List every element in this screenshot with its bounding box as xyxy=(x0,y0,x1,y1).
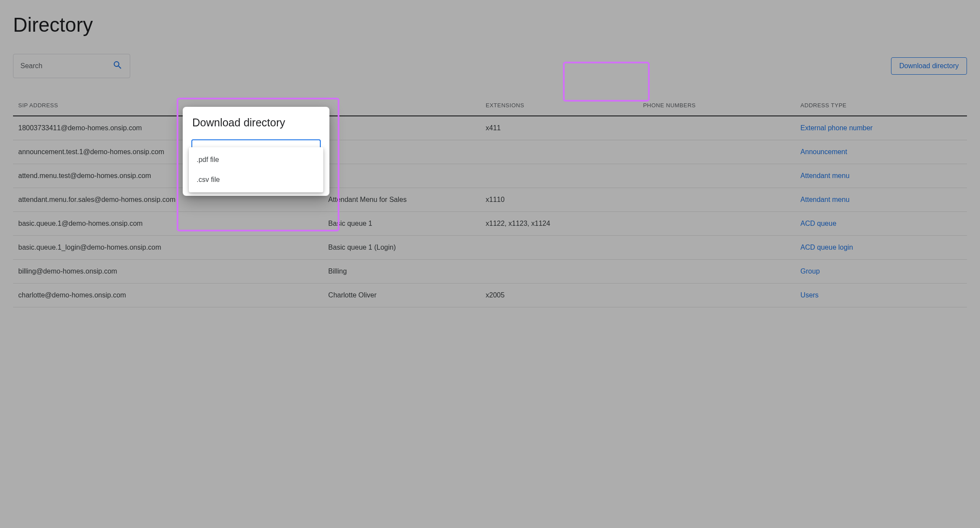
select-outline xyxy=(191,139,321,148)
modal-overlay[interactable]: Download directory .pdf file .csv file C… xyxy=(0,0,980,528)
dropdown-panel: .pdf file .csv file xyxy=(189,147,323,192)
option-csv[interactable]: .csv file xyxy=(189,170,323,190)
option-pdf[interactable]: .pdf file xyxy=(189,150,323,170)
dialog-title: Download directory xyxy=(191,116,321,129)
download-dialog: Download directory .pdf file .csv file C… xyxy=(183,107,329,196)
file-type-select[interactable]: .pdf file .csv file xyxy=(191,139,321,164)
